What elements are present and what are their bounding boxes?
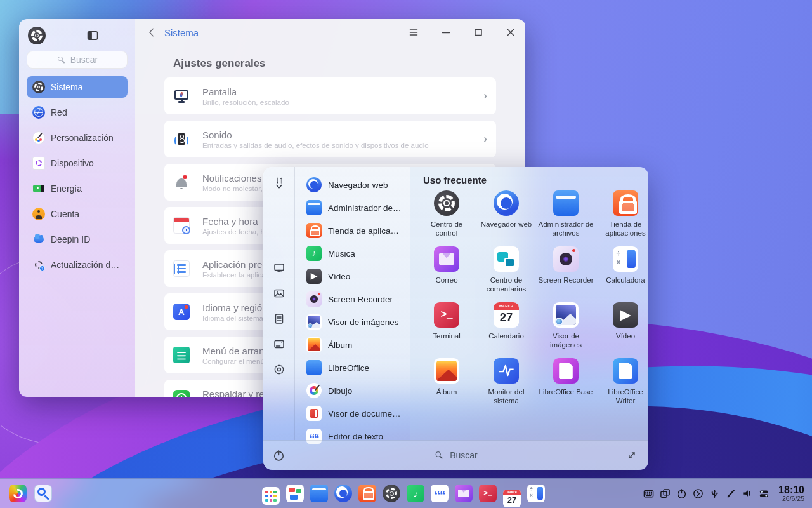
window-menu-icon[interactable] <box>408 27 419 38</box>
category-window-cat[interactable] <box>273 338 285 350</box>
category-display-cat[interactable] <box>273 262 285 274</box>
frequent-app-calculadora[interactable]: ÷×Calculadora <box>596 246 648 302</box>
page-title: Sistema <box>164 27 199 38</box>
folder-icon <box>310 485 328 502</box>
frequent-app-libreoffice-base[interactable]: LibreOffice Base <box>536 358 596 414</box>
tray-chevron-circle[interactable] <box>693 488 704 499</box>
launcher-app-visor-de-imagenes[interactable]: Visor de imágenes <box>295 311 410 333</box>
frequent-app-tienda-de-aplicaciones[interactable]: Tienda de aplicaciones <box>596 190 648 246</box>
sidebar-item-deepin-id[interactable]: Deepin ID <box>27 229 128 250</box>
sidebar-item-energia[interactable]: Energía <box>27 178 128 199</box>
frequent-app-video[interactable]: ▶Vídeo <box>596 302 648 358</box>
close-icon <box>505 27 516 38</box>
sort-order-button[interactable]: ↓↑ <box>263 175 294 189</box>
frequent-app-centro-de-comentarios[interactable]: Centro de comentarios <box>476 246 536 302</box>
launcher-app-video[interactable]: ▶Vídeo <box>295 265 410 288</box>
frequent-app-visor-de-imagenes[interactable]: Visor de imágenes <box>536 302 596 358</box>
sidebar-item-cuenta[interactable]: Cuenta <box>27 203 128 225</box>
browser-icon <box>306 177 322 192</box>
frequent-app-centro-de-control[interactable]: Centro de control <box>417 190 476 246</box>
tray-usb[interactable] <box>709 488 720 499</box>
personalization-icon <box>32 131 45 144</box>
launcher-app-musica[interactable]: ♪Música <box>295 242 410 265</box>
dock-mail[interactable] <box>455 485 473 507</box>
launcher-app-navegador-web[interactable]: Navegador web <box>295 173 410 196</box>
frequent-title: Uso frecuente <box>423 175 648 185</box>
launcher-app-label: Vídeo <box>328 272 350 281</box>
dock-grand-search[interactable] <box>34 485 52 505</box>
launcher-search-input[interactable]: Buscar <box>434 450 478 460</box>
settings-search-input[interactable]: Buscar <box>27 51 128 69</box>
dock-control-center[interactable] <box>383 485 400 507</box>
sphere-cat-icon <box>273 364 285 375</box>
clipboard-icon <box>660 488 671 499</box>
frequent-app-calendario[interactable]: MARCH27Calendario <box>476 302 536 358</box>
settings-search-placeholder: Buscar <box>70 55 98 65</box>
launcher-app-administrador-de[interactable]: Administrador de… <box>295 196 410 219</box>
album-icon <box>306 337 322 352</box>
dock-calculator[interactable]: ÷× <box>527 485 545 507</box>
clock[interactable]: 18:10 26/6/25 <box>778 485 804 503</box>
dock-store[interactable] <box>358 485 376 507</box>
fullscreen-toggle-icon[interactable] <box>627 450 637 460</box>
dock-terminal[interactable]: >_ <box>479 485 497 507</box>
launcher-app-visor-de-docume[interactable]: Visor de docume… <box>295 402 410 425</box>
volume-icon <box>742 488 753 499</box>
frequent-app-album[interactable]: Álbum <box>417 358 476 414</box>
frequent-app-label: Tienda de aplicaciones <box>598 220 648 238</box>
minimize-icon[interactable] <box>440 27 452 38</box>
sidebar-toggle-icon[interactable] <box>87 30 98 41</box>
frequent-app-administrador-de-archivos[interactable]: Administrador de archivos <box>536 190 596 246</box>
sidebar-item-dispositivo[interactable]: Dispositivo <box>27 152 128 174</box>
display-card-icon <box>173 88 190 104</box>
back-icon[interactable] <box>147 27 157 37</box>
image-viewer-icon <box>553 302 579 328</box>
frequent-app-libreoffice-writer[interactable]: LibreOffice Writer <box>596 358 648 414</box>
close-icon[interactable] <box>505 27 516 38</box>
maximize-icon[interactable] <box>473 27 484 38</box>
tray-volume[interactable] <box>742 488 753 499</box>
dock-text-editor[interactable]: ““ <box>431 485 449 507</box>
settings-row-sonido[interactable]: SonidoEntradas y salidas de audio, efect… <box>164 121 496 157</box>
sidebar-item-personalizacion[interactable]: Personalización <box>27 127 128 149</box>
frequent-app-terminal[interactable]: >_Terminal <box>417 302 476 358</box>
launcher-app-album[interactable]: Álbum <box>295 333 410 356</box>
frequent-app-correo[interactable]: Correo <box>417 246 476 302</box>
dock-music[interactable]: ♪ <box>407 485 424 507</box>
category-doc-cat[interactable] <box>273 313 285 324</box>
album-icon <box>434 358 459 384</box>
back-icon <box>147 27 157 37</box>
sidebar-item-sistema[interactable]: Sistema <box>27 76 128 98</box>
frequent-app-monitor-del-sistema[interactable]: Monitor del sistema <box>476 358 536 414</box>
dock-folder[interactable] <box>310 485 328 507</box>
launcher-app-dibujo[interactable]: Dibujo <box>295 379 410 402</box>
frequent-app-label: Administrador de archivos <box>538 220 594 238</box>
tray-pen[interactable] <box>726 488 737 499</box>
sidebar-item-red[interactable]: Red <box>27 102 128 123</box>
shutdown-icon[interactable] <box>273 450 285 462</box>
dock-multitask[interactable] <box>286 485 304 507</box>
account-icon <box>32 208 45 220</box>
frequent-app-screen-recorder[interactable]: Screen Recorder <box>536 246 596 302</box>
tray-switches[interactable] <box>759 488 769 499</box>
tray-keyboard[interactable] <box>643 488 654 499</box>
sidebar-item-actualizacion-d[interactable]: ↑Actualización d… <box>27 254 128 276</box>
launcher-app-screen-recorder[interactable]: Screen Recorder <box>295 288 410 311</box>
frequent-app-navegador-web[interactable]: Navegador web <box>476 190 536 246</box>
frequent-apps-panel: Uso frecuente Centro de controlNavegador… <box>410 167 648 440</box>
dock-uos-ai[interactable] <box>9 485 27 505</box>
dock-calendar[interactable]: MARCH27 <box>503 485 521 507</box>
calendar-icon: MARCH27 <box>503 490 521 507</box>
sidebar-item-label: Deepin ID <box>51 234 90 244</box>
category-sphere-cat[interactable] <box>273 364 285 375</box>
settings-row-pantalla[interactable]: PantallaBrillo, resolución, escalado › <box>164 77 496 114</box>
window-cat-icon <box>273 338 285 350</box>
launcher-app-libreoffice[interactable]: LibreOffice <box>295 356 410 379</box>
dock-browser[interactable] <box>334 485 352 507</box>
tray-power[interactable] <box>676 488 687 499</box>
category-image-cat[interactable] <box>273 288 285 299</box>
launcher-app-tienda-de-aplica[interactable]: Tienda de aplica… <box>295 219 410 242</box>
tray-clipboard[interactable] <box>660 488 671 499</box>
dock-launcher-grid[interactable] <box>262 485 280 507</box>
folder-icon <box>306 200 322 215</box>
